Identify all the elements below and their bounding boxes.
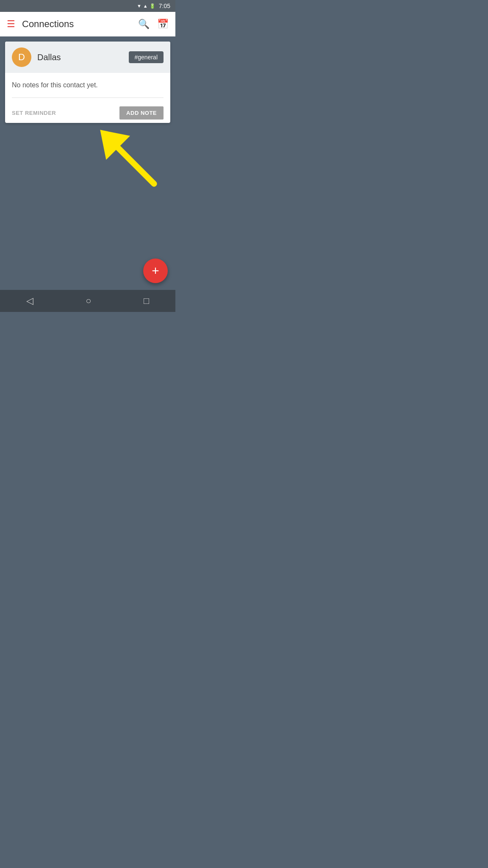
card-header: D Dallas #general — [5, 42, 170, 73]
back-button[interactable]: ◁ — [18, 292, 42, 310]
fab-plus-icon: + — [152, 264, 159, 278]
home-button[interactable]: ○ — [77, 292, 100, 310]
card-divider — [12, 97, 164, 98]
fab-add-button[interactable]: + — [143, 259, 168, 283]
app-title: Connections — [22, 19, 138, 30]
contact-card: D Dallas #general No notes for this cont… — [5, 42, 170, 123]
svg-line-0 — [112, 142, 154, 184]
recents-button[interactable]: □ — [135, 292, 158, 310]
calendar-icon[interactable]: 📅 — [157, 19, 169, 30]
no-notes-text: No notes for this contact yet. — [12, 81, 164, 89]
toolbar-icons: 🔍 📅 — [138, 19, 169, 30]
main-content: D Dallas #general No notes for this cont… — [0, 36, 175, 128]
avatar-letter: D — [18, 52, 25, 63]
wifi-icon: ▼ — [137, 3, 141, 8]
set-reminder-button[interactable]: SET REMINDER — [12, 110, 56, 116]
status-time: 7:05 — [159, 3, 170, 9]
menu-icon[interactable]: ☰ — [7, 19, 15, 29]
avatar: D — [12, 47, 31, 67]
tag-badge[interactable]: #general — [129, 51, 164, 63]
battery-icon: 🔋 — [150, 3, 155, 9]
add-note-button[interactable]: ADD NOTE — [119, 106, 164, 120]
status-icons: ▼ ▲ 🔋 7:05 — [137, 3, 170, 9]
card-actions: SET REMINDER ADD NOTE — [5, 103, 170, 123]
app-bar: ☰ Connections 🔍 📅 — [0, 12, 175, 36]
card-body: No notes for this contact yet. — [5, 73, 170, 103]
status-bar: ▼ ▲ 🔋 7:05 — [0, 0, 175, 12]
contact-name: Dallas — [37, 53, 129, 62]
signal-icon: ▲ — [143, 3, 148, 8]
search-icon[interactable]: 🔍 — [138, 19, 150, 30]
bottom-nav: ◁ ○ □ — [0, 290, 175, 312]
